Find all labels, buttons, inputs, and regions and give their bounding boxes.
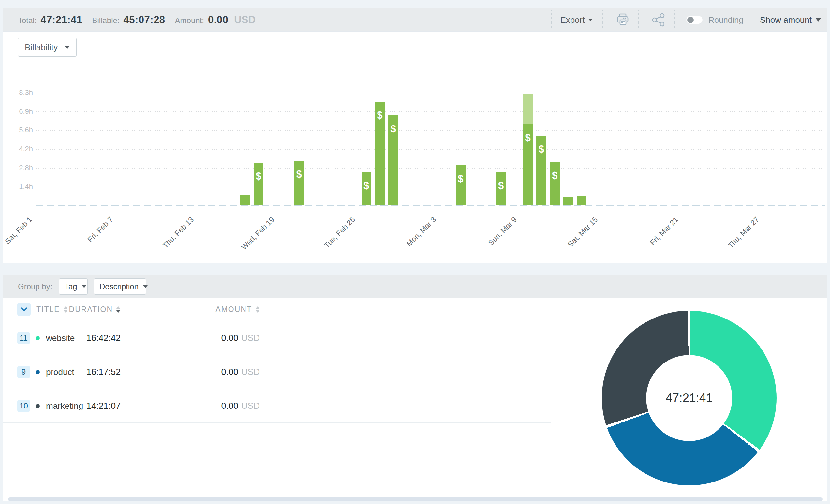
donut-total-time: 47:21:41 — [666, 391, 713, 405]
x-axis-label: Sat, Feb 1 — [3, 215, 34, 246]
billable-label: Billable: — [92, 16, 119, 25]
table-row[interactable]: 11website16:42:420.00USD — [3, 321, 551, 355]
group-by-description-dropdown[interactable]: Description — [94, 278, 146, 295]
time-entry-bar[interactable]: $ — [388, 116, 398, 206]
time-entry-bar[interactable] — [577, 196, 586, 206]
horizontal-scrollbar[interactable] — [8, 498, 823, 501]
time-entry-bar[interactable]: $ — [294, 161, 304, 206]
time-entry-bar[interactable] — [240, 195, 250, 206]
rounding-toggle[interactable] — [686, 15, 703, 24]
amount-value: 0.00 — [208, 14, 228, 26]
billable-dollar-icon: $ — [388, 123, 398, 135]
x-axis-label: Fri, Mar 21 — [648, 215, 680, 247]
chevron-down-icon — [65, 46, 70, 49]
time-entry-bar[interactable]: $ — [456, 165, 466, 206]
tag-color-dot — [35, 404, 40, 408]
amount-value: 0.00 — [221, 401, 238, 411]
billable-segment — [254, 163, 263, 206]
bar-chart-panel: Billability 8.3h6.9h5.6h4.2h2.8h1.4h$$$$… — [3, 31, 827, 263]
billable-dollar-icon: $ — [254, 170, 263, 182]
billable-time: Billable: 45:07:28 — [92, 14, 165, 26]
collapse-all-button[interactable] — [17, 303, 31, 316]
y-axis-label: 4.2h — [3, 145, 33, 153]
gridline — [36, 168, 823, 168]
y-axis-label: 5.6h — [3, 126, 33, 134]
billable-dollar-icon: $ — [536, 144, 546, 155]
time-entry-bar[interactable]: $ — [550, 162, 560, 206]
toggle-knob — [687, 17, 694, 23]
time-entry-bar[interactable]: $ — [523, 94, 533, 206]
printer-icon — [616, 13, 630, 27]
report-detail-panel: Group by: Tag Description TITLE DURATION… — [3, 275, 827, 501]
group-by-description-label: Description — [99, 282, 138, 291]
time-entry-bar[interactable]: $ — [254, 163, 263, 206]
share-button[interactable] — [649, 8, 668, 31]
print-button[interactable] — [613, 8, 633, 31]
x-axis-label: Thu, Mar 27 — [726, 215, 761, 250]
x-axis-label: Wed, Feb 19 — [240, 215, 277, 252]
billable-segment — [240, 195, 250, 206]
billable-dollar-icon: $ — [456, 173, 466, 185]
amount-value: 0.00 — [221, 333, 238, 343]
x-axis-label: Tue, Feb 25 — [322, 215, 357, 250]
export-button[interactable]: Export — [557, 8, 596, 31]
entry-count-badge: 11 — [17, 332, 30, 344]
group-by-label: Group by: — [18, 275, 52, 298]
row-amount: 0.00USD — [221, 321, 260, 355]
nonbillable-segment — [523, 94, 533, 124]
row-title: website — [46, 321, 75, 355]
x-axis-baseline — [36, 206, 825, 207]
chevron-down-icon — [816, 18, 821, 22]
total-label: Total: — [18, 16, 36, 25]
amount-column-label: AMOUNT — [216, 305, 252, 314]
tag-color-dot — [35, 370, 40, 374]
gridline — [36, 112, 823, 112]
column-header-duration[interactable]: DURATION — [69, 298, 121, 321]
total-value: 47:21:41 — [40, 14, 82, 26]
entry-count-badge: 9 — [17, 366, 30, 378]
title-column-label: TITLE — [36, 305, 60, 314]
amount-label: Amount: — [175, 16, 204, 25]
tag-color-dot — [35, 336, 40, 340]
chevron-down-icon — [143, 285, 148, 288]
group-by-tag-label: Tag — [65, 282, 77, 291]
table-row[interactable]: 10marketing14:21:070.00USD — [3, 389, 551, 423]
y-axis-label: 6.9h — [3, 107, 33, 116]
billable-segment — [577, 196, 586, 206]
donut-hole: 47:21:41 — [646, 355, 732, 441]
billable-dollar-icon: $ — [294, 168, 304, 180]
sort-icon[interactable] — [63, 307, 68, 313]
table-row[interactable]: 9product16:17:520.00USD — [3, 355, 551, 389]
chevron-down-icon — [82, 285, 86, 288]
show-amount-dropdown[interactable]: Show amount — [756, 8, 821, 31]
x-axis-label: Mon, Mar 3 — [405, 215, 438, 248]
billable-segment — [456, 165, 466, 206]
summary-bar: Total: 47:21:41 Billable: 45:07:28 Amoun… — [3, 8, 827, 31]
sort-icon[interactable] — [116, 307, 121, 313]
x-axis-label: Thu, Feb 13 — [161, 215, 196, 250]
entry-count-badge: 10 — [17, 400, 30, 412]
time-entry-bar[interactable]: $ — [496, 172, 506, 206]
sort-icon[interactable] — [255, 307, 260, 313]
gridline — [36, 93, 823, 93]
time-entry-bar[interactable]: $ — [361, 172, 371, 206]
group-by-tag-dropdown[interactable]: Tag — [59, 278, 88, 295]
table-header-row: TITLE DURATION AMOUNT — [3, 298, 551, 321]
chart-mode-dropdown[interactable]: Billability — [18, 38, 76, 57]
row-duration: 16:17:52 — [86, 355, 121, 389]
time-entry-bar[interactable]: $ — [536, 136, 546, 206]
time-entry-bar[interactable] — [563, 197, 573, 206]
gridline — [36, 130, 823, 131]
x-axis-label: Sat, Mar 15 — [566, 215, 600, 249]
column-header-title[interactable]: TITLE — [36, 298, 68, 321]
column-header-amount[interactable]: AMOUNT — [216, 298, 260, 321]
chevron-down-icon — [588, 19, 593, 21]
chevron-down-icon — [21, 308, 27, 311]
amount-value: 0.00 — [221, 367, 238, 377]
billable-dollar-icon: $ — [375, 109, 385, 121]
rounding-label: Rounding — [708, 8, 743, 31]
billable-segment — [550, 162, 560, 206]
toolbar-divider — [638, 10, 639, 29]
time-entry-bar[interactable]: $ — [375, 102, 385, 206]
section-divider — [551, 298, 551, 498]
